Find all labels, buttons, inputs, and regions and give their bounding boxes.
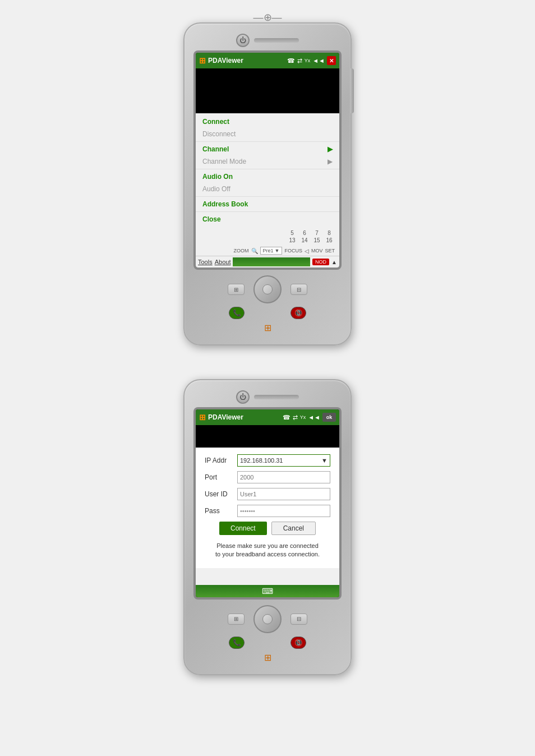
menu-divider-3	[196, 196, 339, 197]
windows-logo: ⊞	[264, 322, 271, 333]
ip-value: 192.168.100.31	[240, 457, 283, 464]
signal-icon-2: ☎	[283, 414, 290, 421]
call-button[interactable]: 📞	[229, 307, 245, 319]
bottom-row-2-2: 📞 📵	[229, 637, 306, 649]
toolbar-icon: ▲	[331, 259, 337, 265]
keyboard-icon: ⌨	[262, 587, 273, 596]
focus-icon: ◁	[305, 248, 309, 254]
speaker	[254, 38, 299, 43]
ip-input-dropdown[interactable]: 192.168.100.31 ▼	[237, 454, 330, 467]
device-bottom: ⊞ ⊟ 📞 📵 ⊞	[193, 275, 342, 333]
chevron-down-icon: ▼	[275, 248, 280, 253]
connect-form: IP Addr 192.168.100.31 ▼ Port User ID Pa…	[196, 448, 339, 568]
nod-button[interactable]: NOD	[312, 259, 329, 265]
title-bar-icons: ☎ ⇄ Yx ◄◄ ✕	[287, 56, 336, 65]
title-bar-left: ⊞ PDAViewer	[199, 56, 243, 65]
windows-logo-icon-2: ⊞	[199, 413, 206, 422]
right-soft-button[interactable]: ⊟	[290, 284, 307, 295]
focus-label: FOCUS	[284, 248, 302, 253]
menu-divider-4	[196, 211, 339, 212]
volume-icon-2: ◄◄	[308, 414, 320, 421]
cancel-button[interactable]: Cancel	[271, 522, 316, 535]
nav-pad-2[interactable]	[253, 605, 282, 633]
dropdown-arrow-icon: ▼	[321, 457, 328, 464]
zoom-label: ZOOM	[234, 248, 249, 253]
screen-outer-2: ⊞ PDAViewer ☎ ⇄ Yx ◄◄ ok IP Addr 1	[193, 407, 342, 600]
device-screen: ⊞ PDAViewer ☎ ⇄ Yx ◄◄ ✕ Connect Disconne…	[196, 53, 339, 268]
menu-divider-1	[196, 141, 339, 142]
preset-dropdown[interactable]: Pre1 ▼	[260, 247, 283, 255]
arrow-right-icon: ▶	[328, 145, 333, 153]
menu-item-audio-off: Audio Off	[196, 183, 339, 195]
windows-logo-2: ⊞	[264, 652, 271, 663]
device-top-bar-2: ⏻	[193, 390, 342, 404]
right-soft-button-2[interactable]: ⊟	[290, 614, 307, 625]
zoom-icon: 🔍	[251, 248, 258, 254]
userid-label: User ID	[205, 490, 233, 498]
ip-addr-row: IP Addr 192.168.100.31 ▼	[205, 454, 330, 467]
set-label: SET	[325, 248, 335, 253]
arrows-icon-2: ⇄	[293, 414, 298, 421]
arrow-right-icon-2: ▶	[328, 158, 333, 165]
number-grid: 5 6 7 8 13 14 15 16	[287, 230, 335, 243]
menu-item-close[interactable]: Close	[196, 213, 339, 225]
context-menu: Connect Disconnect Channel ▶ Channel Mod…	[196, 113, 339, 228]
app-title: PDAViewer	[208, 57, 243, 64]
end-call-button[interactable]: 📵	[290, 307, 306, 319]
port-input[interactable]	[237, 471, 330, 483]
pda-device-2: ⏻ ⊞ PDAViewer ☎ ⇄ Yx ◄◄ ok	[183, 379, 352, 675]
end-call-button-2[interactable]: 📵	[290, 637, 306, 649]
antenna-icon: —⊕—	[253, 11, 282, 24]
bottom-green-bar: ⌨	[196, 585, 339, 597]
ip-label: IP Addr	[205, 457, 233, 464]
video-area	[196, 68, 339, 113]
power-button[interactable]: ⏻	[236, 34, 250, 47]
left-soft-button[interactable]: ⊞	[228, 284, 245, 295]
device-bottom-2: ⊞ ⊟ 📞 📵 ⊞	[193, 605, 342, 663]
mov-label: MOV	[311, 248, 323, 253]
port-label: Port	[205, 473, 233, 481]
toolbar-green-bar	[233, 257, 310, 266]
tools-label[interactable]: Tools	[198, 259, 213, 265]
screen-toolbar: Tools About NOD ▲	[196, 256, 339, 268]
menu-item-channel-mode: Channel Mode ▶	[196, 155, 339, 168]
bottom-row-2: 📞 📵	[229, 307, 306, 319]
ok-button[interactable]: ok	[322, 413, 336, 422]
call-button-2[interactable]: 📞	[229, 637, 245, 649]
title-bar-left-2: ⊞ PDAViewer	[199, 413, 243, 422]
number-grid-area: 5 6 7 8 13 14 15 16	[196, 228, 339, 246]
about-label[interactable]: About	[215, 259, 231, 265]
form-buttons: Connect Cancel	[205, 522, 330, 535]
screen-outer: ⊞ PDAViewer ☎ ⇄ Yx ◄◄ ✕ Connect Disconne…	[193, 50, 342, 270]
close-button[interactable]: ✕	[327, 56, 336, 65]
side-button[interactable]	[350, 68, 354, 113]
nav-pad[interactable]	[253, 275, 282, 303]
nav-pad-center-2[interactable]	[262, 614, 273, 624]
userid-input[interactable]	[237, 488, 330, 500]
volume-icon: ◄◄	[312, 57, 325, 64]
signal-icon: ☎	[287, 57, 295, 64]
device-screen-2: ⊞ PDAViewer ☎ ⇄ Yx ◄◄ ok IP Addr 1	[196, 409, 339, 597]
nav-pad-center[interactable]	[262, 284, 273, 294]
connect-button[interactable]: Connect	[219, 522, 267, 535]
userid-row: User ID	[205, 488, 330, 500]
pda-device-1: —⊕— ⏻ ⊞ PDAViewer ☎ ⇄ Yx ◄◄ ✕	[183, 22, 352, 345]
pass-input[interactable]	[237, 505, 330, 517]
pass-label: Pass	[205, 507, 233, 515]
notice-text: Please make sure you are connectedto you…	[205, 540, 330, 561]
bottom-row-1-2: ⊞ ⊟	[228, 605, 307, 633]
title-bar-2: ⊞ PDAViewer ☎ ⇄ Yx ◄◄ ok	[196, 409, 339, 425]
power-button-2[interactable]: ⏻	[236, 390, 250, 404]
screen-spacer	[196, 425, 339, 448]
menu-item-channel[interactable]: Channel ▶	[196, 143, 339, 155]
menu-item-disconnect: Disconnect	[196, 128, 339, 140]
menu-item-connect[interactable]: Connect	[196, 116, 339, 128]
bottom-row-1: ⊞ ⊟	[228, 275, 307, 303]
menu-item-audio-on[interactable]: Audio On	[196, 170, 339, 183]
menu-divider-2	[196, 169, 339, 169]
title-bar-icons-2: ☎ ⇄ Yx ◄◄ ok	[283, 413, 336, 422]
left-soft-button-2[interactable]: ⊞	[228, 614, 245, 625]
port-row: Port	[205, 471, 330, 483]
menu-item-address-book[interactable]: Address Book	[196, 198, 339, 210]
tx-icon-2: Yx	[300, 414, 306, 420]
